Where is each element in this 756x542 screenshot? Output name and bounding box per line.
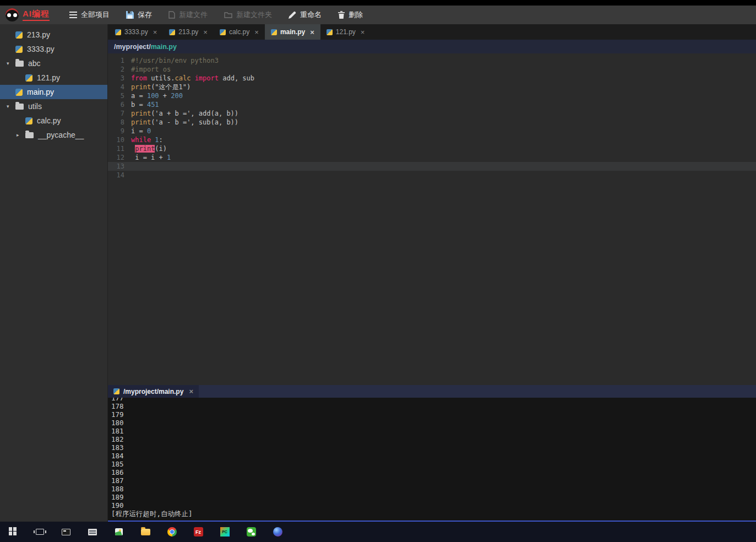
code-editor[interactable]: 1#!/usr/bin/env python32#import os3from … xyxy=(108,53,756,385)
output-line: 182 xyxy=(111,435,756,443)
sidebar-item-calc-py[interactable]: calc.py xyxy=(0,113,107,128)
chrome-icon xyxy=(167,527,177,536)
chevron-down-icon[interactable]: ▾ xyxy=(7,104,15,109)
taskbar-icon-photos[interactable] xyxy=(106,522,132,542)
task-view-icon xyxy=(36,529,44,535)
line-number: 8 xyxy=(108,118,124,127)
delete-button[interactable]: 删除 xyxy=(333,8,368,22)
line-number: 9 xyxy=(108,127,124,136)
rename-button[interactable]: 重命名 xyxy=(283,8,327,22)
tab-label: 3333.py xyxy=(124,28,148,36)
code-text: print('a - b =', sub(a, b)) xyxy=(131,118,238,127)
code-token: calc xyxy=(175,74,191,82)
new-folder-icon xyxy=(224,12,232,18)
chevron-right-icon[interactable]: ▸ xyxy=(17,132,25,138)
photos-icon xyxy=(115,528,123,535)
code-text: print('a + b =', add(a, b)) xyxy=(131,109,238,118)
chevron-down-icon[interactable]: ▾ xyxy=(7,61,15,66)
code-token: i = i + xyxy=(131,154,167,161)
sidebar-item-label: calc.py xyxy=(37,116,61,125)
taskbar-icon-globe[interactable] xyxy=(264,522,291,542)
new-folder-label: 新建文件夹 xyxy=(236,10,272,20)
sidebar-item-3333-py[interactable]: 3333.py xyxy=(0,42,107,56)
line-number: 13 xyxy=(108,162,124,171)
taskbar-icon-chrome[interactable] xyxy=(159,522,185,542)
code-token: from xyxy=(131,74,147,82)
app-logo[interactable]: AI编程 xyxy=(6,8,50,21)
code-text: print("这个是1") xyxy=(131,83,191,91)
breadcrumb-path: /myproject/ xyxy=(114,43,151,51)
menu-icon xyxy=(69,12,77,18)
taskbar-icon-system-window[interactable] xyxy=(79,522,106,542)
editor-tab-213-py[interactable]: 213.py× xyxy=(163,24,214,40)
windows-taskbar: FzPC xyxy=(0,522,756,542)
line-number: 3 xyxy=(108,74,124,83)
close-icon[interactable]: × xyxy=(153,28,157,36)
code-token: 0 xyxy=(147,127,151,135)
editor-tab-3333-py[interactable]: 3333.py× xyxy=(109,24,163,40)
sidebar-item-main-py[interactable]: main.py xyxy=(0,85,107,99)
output-line: 186 xyxy=(111,468,756,476)
main-area: 213.py3333.py▾abc121.pymain.py▾utilscalc… xyxy=(0,24,756,522)
editor-tab-calc-py[interactable]: calc.py× xyxy=(214,24,265,40)
terminal-output[interactable]: 1771781791801811821831841851861871881891… xyxy=(108,398,756,522)
code-token: + xyxy=(159,92,171,100)
terminal-tab-bar: /myproject/main.py × xyxy=(108,385,756,398)
output-line: [程序运行超时,自动终止] xyxy=(111,510,756,518)
output-line: 177 xyxy=(111,398,756,402)
sidebar-item-121-py[interactable]: 121.py xyxy=(0,71,107,85)
code-text: while 1: xyxy=(131,136,163,144)
python-file-icon xyxy=(15,46,23,53)
save-button[interactable]: 保存 xyxy=(121,8,157,22)
code-token: 1 xyxy=(167,154,171,161)
top-strip xyxy=(0,0,756,6)
editor-tab-main-py[interactable]: main.py× xyxy=(265,24,320,40)
close-icon[interactable]: × xyxy=(310,28,314,36)
output-line: 184 xyxy=(111,452,756,460)
line-number: 14 xyxy=(108,171,124,180)
close-icon[interactable]: × xyxy=(254,28,259,36)
output-line: 190 xyxy=(111,501,756,510)
line-number: 6 xyxy=(108,100,124,109)
save-label: 保存 xyxy=(138,10,152,20)
terminal-tab[interactable]: /myproject/main.py × xyxy=(108,385,199,398)
all-projects-button[interactable]: 全部项目 xyxy=(64,8,115,22)
code-token: i = xyxy=(131,127,147,135)
editor-tab-121-py[interactable]: 121.py× xyxy=(320,24,371,40)
taskbar-icon-console[interactable] xyxy=(53,522,79,542)
taskbar-icon-filezilla[interactable]: Fz xyxy=(185,522,211,542)
taskbar-icon-file-explorer[interactable] xyxy=(132,522,159,542)
python-file-icon xyxy=(113,388,119,394)
code-token: #!/usr/bin/env python3 xyxy=(131,57,219,64)
editor-tab-bar: 3333.py×213.py×calc.py×main.py×121.py× xyxy=(108,24,756,40)
sidebar-item-utils[interactable]: ▾utils xyxy=(0,99,107,113)
taskbar-icon-pycharm[interactable]: PC xyxy=(211,522,238,542)
file-tree-sidebar: 213.py3333.py▾abc121.pymain.py▾utilscalc… xyxy=(0,24,108,522)
sidebar-item-pycache[interactable]: ▸__pycache__ xyxy=(0,128,107,142)
taskbar-icon-start[interactable] xyxy=(0,522,26,542)
breadcrumb-file: main.py xyxy=(151,43,177,51)
code-line: 12 i = i + 1 xyxy=(108,153,756,162)
sidebar-item-label: 3333.py xyxy=(27,45,55,53)
wechat-icon xyxy=(247,527,256,536)
code-line: 1#!/usr/bin/env python3 xyxy=(108,56,756,65)
line-number: 7 xyxy=(108,109,124,118)
code-token: b = xyxy=(131,101,147,109)
code-line: 3from utils.calc import add, sub xyxy=(108,74,756,83)
line-number: 10 xyxy=(108,136,124,144)
python-file-icon xyxy=(327,29,333,35)
code-line: 13 xyxy=(108,162,756,171)
output-line: 189 xyxy=(111,493,756,501)
python-file-icon xyxy=(220,29,226,35)
new-file-button: 新建文件 xyxy=(163,8,213,22)
close-icon[interactable]: × xyxy=(189,387,193,395)
sidebar-item-label: 121.py xyxy=(37,73,60,82)
sidebar-item-213-py[interactable]: 213.py xyxy=(0,28,107,42)
close-icon[interactable]: × xyxy=(203,28,208,36)
code-line: 9i = 0 xyxy=(108,127,756,136)
code-token: 451 xyxy=(147,101,159,109)
sidebar-item-abc[interactable]: ▾abc xyxy=(0,56,107,71)
taskbar-icon-wechat[interactable] xyxy=(238,522,264,542)
close-icon[interactable]: × xyxy=(361,28,365,36)
taskbar-icon-task-view[interactable] xyxy=(26,522,53,542)
